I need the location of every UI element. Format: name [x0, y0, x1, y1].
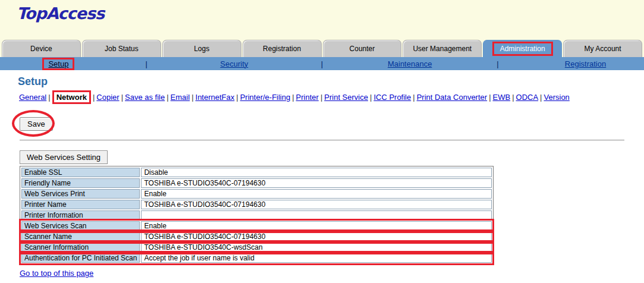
table-row-printer-name: Printer Name TOSHIBA e-STUDIO3540C-07194… — [21, 200, 492, 209]
link-separator: | — [489, 93, 491, 102]
row-label: Web Services Print — [21, 189, 140, 199]
link-separator: | — [48, 93, 50, 102]
web-services-setting-button[interactable]: Web Services Setting — [20, 150, 108, 164]
tab-label: My Account — [585, 45, 621, 53]
table-row-web-services-print: Web Services Print Enable — [21, 189, 492, 199]
row-label: Web Services Scan — [21, 221, 140, 231]
row-label: Friendly Name — [21, 178, 140, 188]
tab-logs[interactable]: Logs — [162, 40, 241, 57]
section-link-internetfax[interactable]: InternetFax — [196, 93, 235, 102]
row-label: Authentication for PC Initiated Scan — [21, 253, 140, 263]
tab-bar: Device Job Status Logs Registration Coun… — [0, 39, 644, 57]
link-separator: | — [167, 93, 168, 102]
tab-my-account[interactable]: My Account — [563, 40, 642, 57]
row-value: Disable — [141, 168, 492, 177]
tab-label: Device — [30, 45, 52, 53]
subnav-setup[interactable]: Setup — [42, 58, 74, 70]
tab-counter[interactable]: Counter — [323, 40, 402, 57]
section-link-save-as-file[interactable]: Save as file — [125, 93, 165, 102]
section-link-print-service[interactable]: Print Service — [324, 93, 368, 102]
tab-registration[interactable]: Registration — [243, 40, 322, 57]
annotation-administration-box: Administration — [492, 42, 553, 56]
link-separator: | — [191, 93, 193, 102]
subnav-security[interactable]: Security — [220, 59, 248, 68]
table-row-printer-information: Printer Information — [21, 210, 492, 220]
section-link-copier[interactable]: Copier — [96, 93, 119, 102]
section-links: General|Network|Copier|Save as file|Emai… — [18, 93, 644, 102]
table-row-authentication-pc-initiated-scan: Authentication for PC Initiated Scan Acc… — [21, 253, 492, 263]
section-link-printer[interactable]: Printer — [296, 93, 319, 102]
link-separator: | — [236, 93, 238, 102]
go-to-top-link[interactable]: Go to top of this page — [20, 269, 93, 278]
subnav-separator: | — [321, 59, 323, 68]
row-value: TOSHIBA e-STUDIO3540C-wsdScan — [141, 243, 492, 252]
link-separator: | — [540, 93, 542, 102]
subnav-registration[interactable]: Registration — [565, 59, 606, 68]
link-separator: | — [370, 93, 372, 102]
tab-label: User Management — [413, 45, 472, 53]
topaccess-page: TopAccess Device Job Status Logs Registr… — [0, 0, 644, 278]
tab-device[interactable]: Device — [2, 40, 81, 57]
page-title: Setup — [18, 76, 644, 88]
row-value: TOSHIBA e-STUDIO3540C-07194630 — [141, 178, 492, 188]
row-value: Enable — [141, 189, 492, 199]
table-row-enable-ssl: Enable SSL Disable — [21, 168, 492, 177]
row-value: Enable — [141, 221, 492, 231]
section-link-network[interactable]: Network — [52, 90, 91, 104]
subnav-separator: | — [497, 59, 498, 68]
subnav-maintenance[interactable]: Maintenance — [388, 59, 432, 68]
tab-label: Counter — [350, 45, 375, 53]
section-link-icc-profile[interactable]: ICC Profile — [373, 93, 411, 102]
row-value — [141, 210, 492, 220]
topaccess-logo: TopAccess — [0, 0, 644, 23]
row-value: TOSHIBA e-STUDIO3540C-07194630 — [141, 200, 492, 209]
section-link-general[interactable]: General — [19, 93, 46, 102]
link-separator: | — [93, 93, 95, 102]
row-label: Printer Information — [21, 210, 140, 220]
link-separator: | — [321, 93, 322, 102]
web-services-table: Enable SSL Disable Friendly Name TOSHIBA… — [20, 166, 494, 265]
content-area: Setup General|Network|Copier|Save as fil… — [0, 70, 644, 278]
tab-label: Job Status — [105, 45, 139, 53]
save-area: Save — [20, 115, 91, 132]
tab-label: Registration — [263, 45, 301, 53]
divider-line — [20, 140, 624, 141]
section-link-printer-efiling[interactable]: Printer/e-Filing — [240, 93, 291, 102]
row-value: TOSHIBA e-STUDIO3540C-07194630 — [141, 232, 492, 241]
row-value: Accept the job if user name is valid — [141, 253, 492, 263]
subnav-bar: Setup | Security | Maintenance | Registr… — [0, 57, 644, 70]
section-link-ewb[interactable]: EWB — [493, 93, 511, 102]
row-label: Scanner Information — [21, 243, 140, 252]
section-link-email[interactable]: Email — [171, 93, 190, 102]
tab-user-management[interactable]: User Management — [403, 40, 482, 57]
tab-job-status[interactable]: Job Status — [82, 40, 161, 57]
section-link-odca[interactable]: ODCA — [516, 93, 539, 102]
save-button[interactable]: Save — [20, 117, 53, 131]
section-link-version[interactable]: Version — [544, 93, 569, 102]
table-row-friendly-name: Friendly Name TOSHIBA e-STUDIO3540C-0719… — [21, 178, 492, 188]
row-label: Scanner Name — [21, 232, 140, 241]
link-separator: | — [292, 93, 294, 102]
table-row-scanner-name: Scanner Name TOSHIBA e-STUDIO3540C-07194… — [21, 232, 492, 241]
row-label: Printer Name — [21, 200, 140, 209]
tab-administration[interactable]: Administration — [483, 40, 562, 57]
table-row-web-services-scan: Web Services Scan Enable — [21, 221, 492, 231]
link-separator: | — [512, 93, 514, 102]
row-label: Enable SSL — [21, 168, 140, 177]
section-link-print-data-converter[interactable]: Print Data Converter — [417, 93, 488, 102]
tab-label: Logs — [194, 45, 209, 53]
top-banner: TopAccess — [0, 0, 644, 39]
subnav-separator: | — [145, 59, 147, 68]
link-separator: | — [413, 93, 414, 102]
table-row-scanner-information: Scanner Information TOSHIBA e-STUDIO3540… — [21, 243, 492, 252]
link-separator: | — [121, 93, 123, 102]
